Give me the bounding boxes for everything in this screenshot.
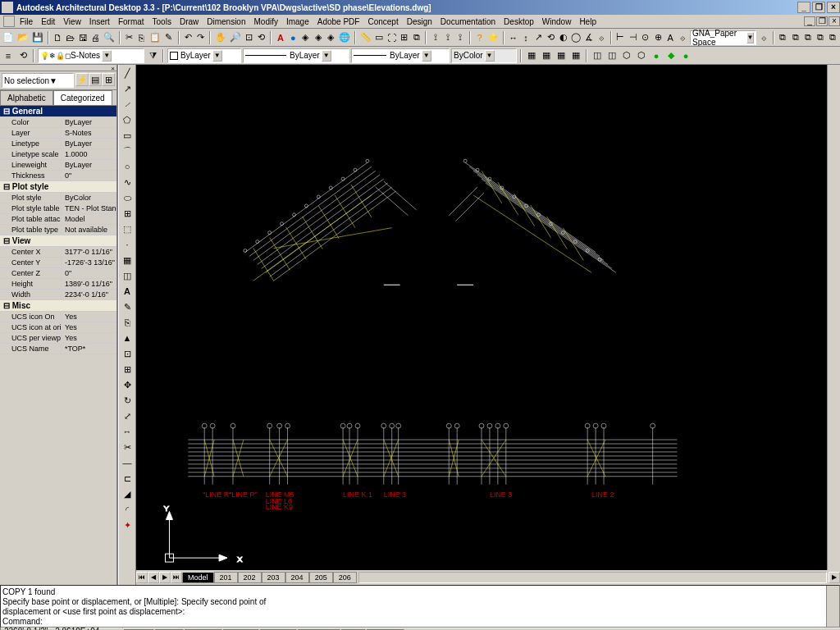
3d4-icon[interactable]: ⬡ [635,49,648,62]
prop-row[interactable]: UCS per viewportYes [0,333,116,344]
prop-row[interactable]: LinetypeByLayer [0,139,116,149]
dist-icon[interactable]: 📏 [359,31,372,44]
polygon-icon[interactable]: ⬠ [121,113,134,126]
vp3-icon[interactable]: ▦ [555,49,568,62]
tab-prev-icon[interactable]: ◀ [148,572,159,583]
vertical-scrollbar[interactable] [827,65,840,570]
prop-row[interactable]: UCS icon OnYes [0,312,116,322]
toolpal-icon[interactable]: ⧉ [411,31,422,44]
tab-alphabetic[interactable]: Alphabetic [0,90,53,105]
insert-icon[interactable]: ⊞ [121,207,134,220]
drawing-canvas[interactable]: "LINE R" "LINE P" LINE M5 LINE L6 LINE K… [136,65,827,570]
close-button[interactable]: × [827,2,840,13]
color-combo[interactable]: ByLayer▼ [167,48,241,63]
tab-206[interactable]: 206 [333,572,357,583]
array-icon[interactable]: ⊞ [121,363,134,376]
save-icon[interactable]: 💾 [31,31,44,44]
pan-icon[interactable]: ✋ [214,31,227,44]
dimstyle-icon[interactable]: ⟐ [758,31,769,44]
prop-row[interactable]: Center X3177'-0 11/16" [0,247,116,258]
3d6-icon[interactable]: ◆ [664,49,678,62]
dim6-icon[interactable]: ◯ [570,31,582,44]
restore-button[interactable]: ❐ [812,2,825,13]
ucs-icon[interactable]: ⟟ [430,31,441,44]
mirror-icon[interactable]: ▲ [121,331,134,345]
prop-row[interactable]: LayerS-Notes [0,128,116,139]
prop-row[interactable]: Plot table typeNot available [0,225,116,235]
prop-group[interactable]: ⊟ General [0,106,116,117]
line-icon[interactable]: ╱ [121,66,134,80]
prop-row[interactable]: Plot style tableTEN - Plot Standard [0,203,116,214]
menu-edit[interactable]: Edit [41,17,55,26]
dim8-icon[interactable]: ⟐ [596,31,607,44]
prop-row[interactable]: Linetype scale1.0000 [0,149,116,160]
prop-row[interactable]: Center Y-1726'-3 13/16" [0,258,116,268]
adobe2-icon[interactable]: ◈ [313,31,323,44]
circle-icon[interactable]: ○ [121,160,134,173]
property-grid[interactable]: ⊟ GeneralColorByLayerLayerS-NotesLinetyp… [0,106,116,354]
mdi-restore[interactable]: ❐ [816,16,828,26]
preview-icon[interactable]: 🔍 [103,31,116,44]
open2-icon[interactable]: 🗁 [65,31,75,44]
cut-icon[interactable]: ✂ [124,31,135,44]
ucs2-icon[interactable]: ⟟ [443,31,454,44]
menu-dimension[interactable]: Dimension [207,17,245,26]
prop-row[interactable]: Height1389'-0 11/16" [0,279,116,290]
menu-adobepdf[interactable]: Adobe PDF [317,17,360,26]
menu-concept[interactable]: Concept [368,17,398,26]
globe-icon[interactable]: ● [288,31,299,44]
paste-icon[interactable]: 📋 [148,31,162,44]
prop-row[interactable]: Width2234'-0 1/16" [0,290,116,300]
adobe3-icon[interactable]: ◈ [325,31,336,44]
prop-row[interactable]: LineweightByLayer [0,160,116,171]
vp2-icon[interactable]: ▦ [540,49,553,62]
tab-last-icon[interactable]: ⏭ [171,572,182,583]
prop-group[interactable]: ⊟ Misc [0,300,116,312]
3d3-icon[interactable]: ⬡ [620,49,633,62]
paperspace-combo[interactable]: GNA_Paper Space▼ [690,30,756,45]
menu-help[interactable]: Help [579,17,596,26]
rotate-icon[interactable]: ↻ [121,394,134,407]
view4-icon[interactable]: ⧉ [815,31,825,44]
dim12-icon[interactable]: ⊕ [652,31,663,44]
tab-201[interactable]: 201 [214,572,238,583]
move-icon[interactable]: ✥ [121,378,134,391]
layer-prev-icon[interactable]: ⟲ [16,49,30,62]
tab-categorized[interactable]: Categorized [53,90,112,105]
tab-202[interactable]: 202 [238,572,262,583]
ucs3-icon[interactable]: ⟟ [455,31,466,44]
view1-icon[interactable]: ⧉ [778,31,788,44]
3d1-icon[interactable]: ◫ [591,49,604,62]
dim11-icon[interactable]: ⊙ [640,31,651,44]
layerfilter-icon[interactable]: ⧩ [146,49,159,62]
break-icon[interactable]: ⊏ [121,472,134,485]
horizontal-scrollbar[interactable] [358,572,827,583]
menu-view[interactable]: View [63,17,81,26]
view3-icon[interactable]: ⧉ [802,31,813,44]
trim-icon[interactable]: ✂ [121,441,134,454]
quickselect-icon[interactable]: ⚡ [75,73,89,86]
minimize-button[interactable]: _ [797,2,810,13]
tab-204[interactable]: 204 [285,572,309,583]
match-icon[interactable]: ✎ [163,31,174,44]
region-icon[interactable]: ◫ [121,269,134,282]
menu-documentation[interactable]: Documentation [441,17,495,26]
prop-row[interactable]: UCS Name*TOP* [0,344,116,354]
prop-row[interactable]: Thickness0" [0,171,116,181]
mdi-close[interactable]: × [829,16,840,26]
block-icon[interactable]: ⬚ [121,222,134,235]
erase-icon[interactable]: ✎ [121,300,134,313]
tab-model[interactable]: Model [182,573,214,583]
zoom-rt-icon[interactable]: 🔎 [229,31,242,44]
text-icon[interactable]: A [121,285,134,298]
new2-icon[interactable]: 🗋 [52,31,63,44]
dim5-icon[interactable]: ◐ [558,31,568,44]
prop-row[interactable]: Plot table attachedModel [0,214,116,225]
pline-icon[interactable]: ⟋ [121,98,134,111]
plotstyle-combo[interactable]: ByColor▼ [451,48,517,63]
area-icon[interactable]: ▭ [374,31,385,44]
tab-first-icon[interactable]: ⏮ [136,572,148,583]
point-icon[interactable]: · [121,238,134,251]
stretch-icon[interactable]: ↔ [121,425,134,438]
menu-image[interactable]: Image [286,17,309,26]
